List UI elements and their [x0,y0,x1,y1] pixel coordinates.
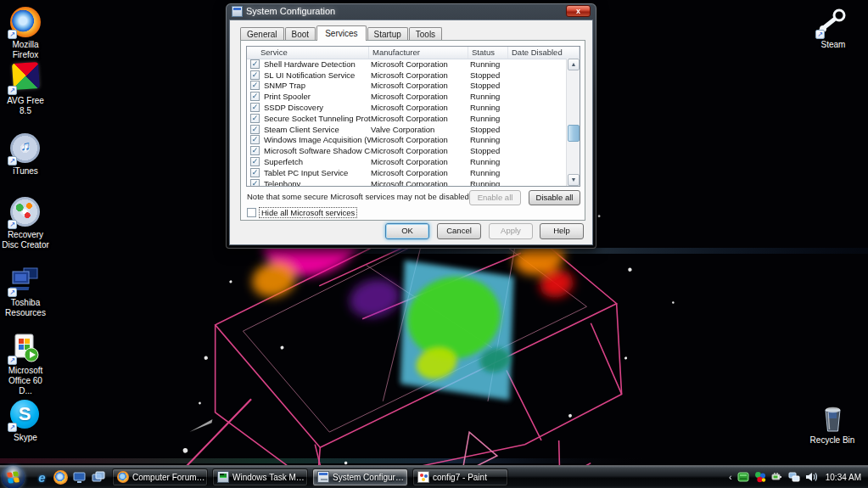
task-label: Windows Task Man... [232,473,307,482]
system-tray: ‹ 10:34 AM [729,471,868,483]
switch-windows-icon[interactable] [91,470,105,485]
volume-tray-icon[interactable] [805,471,817,483]
firefox-quicklaunch-icon[interactable] [53,470,68,485]
service-checkbox[interactable]: ✓ [250,81,260,90]
disable-all-button[interactable]: Disable all [529,190,580,205]
service-name: SL UI Notification Service [264,70,371,80]
desktop-icon-recycle-bin[interactable]: Recycle Bin [808,402,857,446]
quick-launch-bar: e [35,470,105,485]
desktop-icon-microsoft-office[interactable]: ↗ Microsoft Office 60 D... [1,333,50,396]
service-row[interactable]: ✓Print SpoolerMicrosoft CorporationRunni… [247,91,566,102]
service-name: Telephony [264,179,371,186]
shortcut-arrow-icon: ↗ [8,86,17,95]
internet-explorer-icon[interactable]: e [35,470,49,485]
hide-microsoft-services-checkbox[interactable]: Hide all Microsoft services [247,208,356,217]
service-checkbox[interactable]: ✓ [250,59,260,69]
column-header-status[interactable]: Status [468,47,508,59]
tab-startup[interactable]: Startup [367,27,408,41]
service-row[interactable]: ✓Tablet PC Input ServiceMicrosoft Corpor… [247,167,566,178]
service-checkbox[interactable]: ✓ [250,114,260,123]
service-row[interactable]: ✓SSDP DiscoveryMicrosoft CorporationRunn… [247,102,566,113]
system-configuration-window: System Configuration x General Boot Serv… [226,3,596,249]
ok-button[interactable]: OK [385,223,429,239]
service-checkbox[interactable]: ✓ [250,146,260,155]
shortcut-arrow-icon: ↗ [8,288,17,297]
scrollbar-thumb[interactable] [568,125,580,142]
msconfig-window-icon [232,6,243,17]
service-manufacturer: Microsoft Corporation [371,157,470,166]
list-rows: ✓Shell Hardware DetectionMicrosoft Corpo… [247,59,566,186]
avg-tray-icon[interactable] [754,471,766,483]
task-label: Computer Forum - ... [132,473,207,482]
desktop-icon-recovery-disc-creator[interactable]: ↗ Recovery Disc Creator [1,197,50,250]
network-tray-icon[interactable] [788,471,800,483]
desktop-icon-mozilla-firefox[interactable]: ↗ Mozilla Firefox [1,7,50,60]
cancel-button[interactable]: Cancel [437,223,481,239]
service-row[interactable]: ✓SuperfetchMicrosoft CorporationRunning [247,156,566,167]
service-row[interactable]: ✓Secure Socket Tunneling Protoc...Micros… [247,113,566,124]
power-plug-tray-icon[interactable] [771,471,783,483]
list-column-headers[interactable]: Service Manufacturer Status Date Disable… [247,47,580,59]
service-status: Running [470,114,521,123]
column-header-service[interactable]: Service [247,47,369,59]
service-row[interactable]: ✓SL UI Notification ServiceMicrosoft Cor… [247,70,566,81]
desktop-icon-label: Mozilla Firefox [1,40,50,60]
service-name: SSDP Discovery [264,103,371,112]
desktop-icon-steam[interactable]: ↗ Steam [809,7,858,50]
taskbar: e Computer Forum - ... Windows Task Man.… [0,465,868,488]
checkbox-box[interactable] [247,208,256,217]
service-checkbox[interactable]: ✓ [250,92,260,101]
service-checkbox[interactable]: ✓ [250,135,260,144]
service-row[interactable]: ✓Steam Client ServiceValve CorporationSt… [247,124,566,135]
desktop-icon-itunes[interactable]: ♫ ↗ iTunes [1,133,50,177]
apply-button[interactable]: Apply [489,223,533,239]
service-checkbox[interactable]: ✓ [250,168,260,177]
column-header-date-disabled[interactable]: Date Disabled [508,47,580,59]
service-row[interactable]: ✓SNMP TrapMicrosoft CorporationStopped [247,81,566,92]
service-row[interactable]: ✓Microsoft Software Shadow Cop...Microso… [247,145,566,156]
service-status: Running [470,135,521,144]
start-button[interactable] [2,466,25,488]
service-row[interactable]: ✓TelephonyMicrosoft CorporationRunning [247,178,566,186]
tab-general[interactable]: General [240,27,284,41]
desktop-icon-label: AVG Free 8.5 [1,96,50,116]
taskbar-button-task-manager[interactable]: Windows Task Man... [212,468,308,486]
desktop-icon-avg-free[interactable]: ↗ AVG Free 8.5 [1,61,50,116]
show-desktop-icon[interactable] [72,470,87,485]
desktop-icon-toshiba-resources[interactable]: ↗ Toshiba Resources [1,265,50,318]
battery-meter-tray-icon[interactable] [737,471,749,483]
service-checkbox[interactable]: ✓ [250,157,260,166]
service-checkbox[interactable]: ✓ [250,70,260,80]
help-button[interactable]: Help [540,223,584,239]
service-status: Running [470,157,521,166]
taskbar-clock[interactable]: 10:34 AM [826,473,861,482]
desktop-icon-label: iTunes [1,166,50,177]
shortcut-arrow-icon: ↗ [8,220,17,229]
scroll-up-arrow-icon[interactable]: ▲ [568,59,580,70]
shortcut-arrow-icon: ↗ [815,30,825,39]
service-manufacturer: Microsoft Corporation [371,81,470,90]
tab-services[interactable]: Services [316,25,366,41]
tab-tools[interactable]: Tools [409,27,442,41]
window-titlebar[interactable]: System Configuration x [226,3,596,20]
taskbar-button-paint[interactable]: config7 - Paint [412,468,508,486]
taskbar-button-system-configuration[interactable]: System Configuration [312,468,408,486]
service-checkbox[interactable]: ✓ [250,125,260,134]
service-row[interactable]: ✓Shell Hardware DetectionMicrosoft Corpo… [247,59,566,70]
close-button[interactable]: x [566,5,591,17]
tray-expand-chevron-icon[interactable]: ‹ [729,472,732,482]
service-checkbox[interactable]: ✓ [250,179,260,186]
column-header-manufacturer[interactable]: Manufacturer [369,47,468,59]
tab-strip: General Boot Services Startup Tools [240,26,443,41]
tab-boot[interactable]: Boot [285,27,316,41]
enable-all-button[interactable]: Enable all [469,190,521,205]
desktop-icon-label: Steam [809,40,858,50]
service-row[interactable]: ✓Windows Image Acquisition (WIA)Microsof… [247,135,566,146]
task-label: System Configuration [333,473,407,482]
service-checkbox[interactable]: ✓ [250,103,260,112]
scroll-down-arrow-icon[interactable]: ▼ [568,174,580,186]
taskbar-button-computer-forum[interactable]: Computer Forum - ... [112,468,208,486]
services-listview[interactable]: Service Manufacturer Status Date Disable… [246,46,580,187]
vertical-scrollbar[interactable]: ▲ ▼ [566,59,580,186]
desktop-icon-skype[interactable]: S ↗ Skype [1,399,50,443]
